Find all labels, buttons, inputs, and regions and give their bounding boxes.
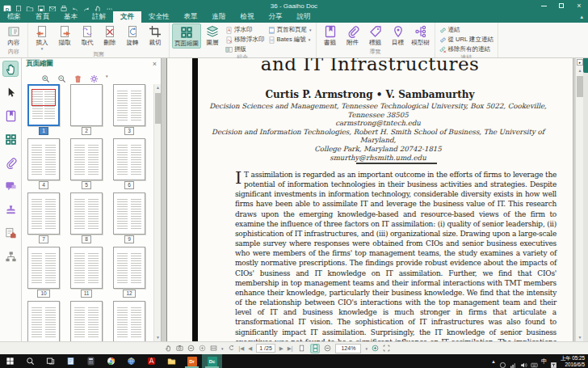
hand-tool[interactable] <box>2 61 19 77</box>
thumbnail-page-12[interactable]: 12 <box>109 247 149 298</box>
comments-panel-button[interactable] <box>2 178 19 194</box>
thumbnail-page-7[interactable]: 7 <box>23 192 64 243</box>
insert-page-button[interactable]: 插入▾ <box>31 23 53 50</box>
scrollbar-thumb[interactable] <box>155 93 161 124</box>
link-from-url-button[interactable]: 從 URL 建立連結 <box>439 36 494 44</box>
tray-expand-icon[interactable]: ▲ <box>491 359 496 364</box>
tab-view[interactable]: 檢視 <box>233 11 262 23</box>
bookmarks-button[interactable]: 書籤 <box>319 23 342 47</box>
doc-scrollbar-thumb[interactable] <box>577 76 583 97</box>
browser-globe-app-icon[interactable] <box>121 354 141 368</box>
fullscreen-icon[interactable] <box>383 345 390 352</box>
ime-mode-icon[interactable] <box>550 357 557 365</box>
tab-security[interactable]: 安全性 <box>141 11 177 23</box>
hand-pan-icon[interactable] <box>94 2 102 10</box>
zoom-plus-icon[interactable] <box>372 345 379 352</box>
document-scrollbar[interactable]: ▸ ▲ ▼ <box>575 58 583 341</box>
zoom-level-field[interactable]: 124% <box>335 344 361 353</box>
attachments-button[interactable]: 附件 <box>342 23 364 47</box>
portfolio-panel-button[interactable] <box>2 225 19 241</box>
first-page-button[interactable]: |◀ <box>239 345 245 352</box>
thumbnail-page-9[interactable]: 9 <box>109 192 149 243</box>
tab-advanced[interactable]: 進階 <box>205 11 233 23</box>
tab-forms[interactable]: 表單 <box>177 11 205 23</box>
acrobat-app-icon[interactable] <box>141 354 162 368</box>
thumbnail-page-10[interactable]: 10 <box>23 247 64 298</box>
extract-page-button[interactable]: 擷取 <box>53 23 76 47</box>
watermark-button[interactable]: A 浮水印 <box>225 26 265 34</box>
select-tool[interactable] <box>2 84 19 100</box>
qat-customize-icon[interactable] <box>105 2 113 10</box>
status-hand-tool-icon[interactable] <box>165 345 172 352</box>
rotate-page-button[interactable]: 旋轉 <box>121 23 144 47</box>
rotate-view-icon[interactable] <box>228 345 235 352</box>
single-page-view-button[interactable] <box>296 344 306 353</box>
thumbnail-page-6[interactable]: 6 <box>109 138 149 189</box>
layers-button[interactable]: 圖層 <box>201 23 224 47</box>
thumbnail-options-gear-icon[interactable] <box>90 72 99 81</box>
crop-page-button[interactable]: 裁切 <box>144 23 166 47</box>
tab-document[interactable]: 文件 <box>113 11 141 23</box>
thumbnail-page-3[interactable]: 3 <box>109 84 149 135</box>
document-viewport[interactable]: and IT Infrastructures Curtis P. Armstro… <box>162 58 575 341</box>
calculator-app-icon[interactable] <box>81 354 101 368</box>
imposition-button[interactable]: 拼版 <box>225 45 265 53</box>
tags-button[interactable]: 標籤 <box>364 23 387 47</box>
ribbon-collapse-icon[interactable]: ▴ <box>575 11 588 23</box>
task-view-icon[interactable] <box>40 354 61 368</box>
remove-all-links-button[interactable]: 移除所有的連結 <box>439 45 494 53</box>
thumbnail-page-8[interactable]: 8 <box>66 192 107 243</box>
tray-app-circle-icon[interactable] <box>499 357 506 365</box>
split-view-handle-icon[interactable]: ▸ <box>577 59 583 66</box>
replace-page-button[interactable]: 取代 <box>76 23 99 47</box>
thumbnail-page-1[interactable]: 1 <box>23 84 64 135</box>
ime-language-badge[interactable]: 中 <box>541 357 547 366</box>
zoom-in-thumbnails-icon[interactable] <box>41 72 50 81</box>
panel-close-icon[interactable]: × <box>153 61 157 68</box>
tab-comment[interactable]: 註解 <box>85 11 113 23</box>
network-icon[interactable] <box>510 357 517 365</box>
structure-panel-button[interactable] <box>2 248 19 264</box>
tab-home[interactable]: 首頁 <box>28 11 57 23</box>
notepad-app-icon[interactable] <box>61 354 81 368</box>
panel-scrollbar[interactable]: ▲ ▼ <box>153 84 161 341</box>
volume-icon[interactable] <box>520 357 527 365</box>
scroll-down-icon[interactable]: ▼ <box>154 334 162 341</box>
status-zoom-out-icon[interactable] <box>187 345 195 352</box>
new-file-icon[interactable] <box>15 2 23 10</box>
close-button[interactable]: × <box>570 0 588 11</box>
thumbnail-page-13[interactable]: 13 <box>23 301 64 341</box>
link-button[interactable]: 連結 <box>439 26 494 34</box>
app-logo-icon[interactable]: D <box>3 2 11 10</box>
file-explorer-icon[interactable] <box>162 354 182 368</box>
destinations-button[interactable]: 目標 <box>387 23 410 47</box>
undo-icon[interactable] <box>71 2 79 10</box>
fit-width-icon[interactable] <box>210 345 217 352</box>
thumbnail-page-11[interactable]: 11 <box>66 247 107 298</box>
taskbar-search-icon[interactable] <box>20 354 40 368</box>
properties-button[interactable]: 內容 <box>2 23 25 47</box>
scroll-up-icon[interactable]: ▲ <box>154 84 162 91</box>
tab-file[interactable]: 檔案 <box>0 11 28 23</box>
attachments-panel-button[interactable] <box>2 154 19 171</box>
tab-basic[interactable]: 基本 <box>57 11 85 23</box>
start-button[interactable] <box>0 354 20 368</box>
previous-page-button[interactable]: ◀ <box>248 345 252 352</box>
remove-watermark-button[interactable]: A 移除浮水印 <box>225 36 265 44</box>
save-icon[interactable] <box>37 2 45 10</box>
taskbar-clock[interactable]: 上午 05:25 2016/6/5 <box>561 355 585 367</box>
zoom-caret-icon[interactable]: ▾ <box>365 346 368 351</box>
thumbnail-page-5[interactable]: 5 <box>66 138 107 189</box>
open-folder-icon[interactable] <box>26 2 34 10</box>
delete-page-button[interactable]: 刪除 <box>99 23 121 47</box>
redo-icon[interactable] <box>82 2 90 10</box>
stamps-panel-button[interactable] <box>2 201 19 218</box>
thumbnail-page-2[interactable]: 2 <box>66 84 107 135</box>
gaaiho-dc-app-icon[interactable]: Dc <box>202 354 222 368</box>
print-icon[interactable] <box>60 2 68 10</box>
restore-button[interactable] <box>552 0 570 11</box>
page-thumbnails-button[interactable]: 頁面縮圖 <box>172 23 201 49</box>
touch-keyboard-icon[interactable] <box>531 357 538 365</box>
zoom-minus-icon[interactable] <box>324 345 331 352</box>
thumbnail-page-15[interactable]: 15 <box>109 301 149 341</box>
